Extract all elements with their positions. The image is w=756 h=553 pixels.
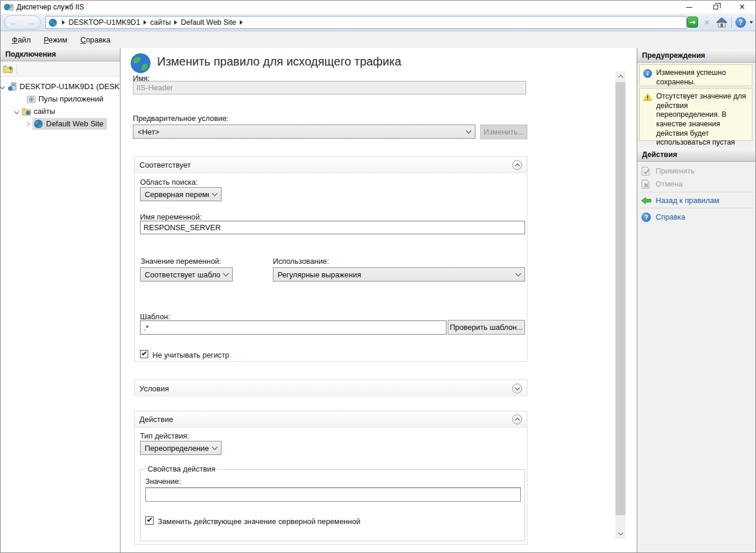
replace-value-label: Заменить действующее значение серверной … (158, 517, 360, 526)
tree-item-label: DESKTOP-U1MK9D1 (DESKTOP (19, 82, 120, 91)
variable-value-mode: Соответствует шаблону (145, 270, 220, 279)
back-icon[interactable]: ← (9, 18, 18, 27)
scope-select[interactable]: Серверная переменн (140, 187, 221, 201)
connections-tree: DESKTOP-U1MK9D1 (DESKTOP Пулы приложений (1, 77, 120, 130)
pattern-input[interactable] (140, 320, 447, 335)
action-properties-legend: Свойства действия (145, 464, 218, 473)
vertical-scrollbar[interactable] (615, 71, 625, 539)
help-icon[interactable]: ? (735, 17, 746, 28)
chevron-down-icon (516, 271, 522, 277)
help-dropdown-icon[interactable] (750, 21, 753, 24)
action-value-input[interactable] (145, 487, 521, 502)
menu-view[interactable]: Режим (38, 34, 73, 46)
restore-button[interactable] (702, 1, 729, 14)
menu-file[interactable]: Файл (6, 34, 36, 46)
toolbar-separator (17, 64, 17, 74)
expander-icon[interactable] (25, 121, 30, 126)
breadcrumb-item-sites[interactable]: сайты (150, 18, 171, 27)
replace-value-checkbox[interactable] (145, 516, 154, 525)
ignore-case-label: Не учитывать регистр (152, 351, 229, 359)
tree-item-app-pools[interactable]: Пулы приложений (1, 93, 120, 105)
chevron-down-icon (223, 271, 229, 277)
conditions-section-header[interactable]: Условия (135, 380, 527, 397)
tree-item-label: сайты (34, 107, 55, 116)
scroll-up-button[interactable] (615, 71, 625, 81)
alert-text: Отсутствует значение для действия переоп… (656, 92, 746, 156)
iis-manager-window: Диспетчер служб IIS × ← → DESKTOP-U1MK9D… (0, 0, 756, 553)
pattern-label: Шаблон: (140, 312, 170, 321)
breadcrumb-arrow-icon (174, 20, 177, 25)
action-properties-group: Свойства действия Значение: Заменить дей… (140, 469, 525, 541)
chevron-down-icon (466, 128, 472, 134)
minimize-button[interactable] (676, 1, 702, 14)
cancel-icon (641, 179, 651, 189)
breadcrumb-item-server[interactable]: DESKTOP-U1MK9D1 (69, 18, 140, 27)
expander-icon[interactable] (14, 109, 19, 113)
action-type-label: Тип действия: (140, 431, 189, 440)
breadcrumb-arrow-icon (240, 20, 243, 25)
connections-panel: Подключения D (1, 48, 120, 553)
collapse-icon[interactable] (512, 160, 522, 170)
forward-icon[interactable]: → (27, 18, 35, 27)
ignore-case-checkbox[interactable] (140, 350, 148, 358)
app-pools-icon (27, 94, 36, 104)
apply-icon (641, 166, 651, 176)
action-type-select[interactable]: Переопределение (140, 441, 221, 455)
variable-value-label: Значение переменной: (141, 257, 221, 266)
action-section: Действие Тип действия: Переопределение С… (134, 411, 527, 545)
match-section: Соответствует Область поиска: Серверная … (134, 156, 527, 362)
breadcrumb-item-default-web-site[interactable]: Default Web Site (181, 18, 236, 27)
alert-text: Изменения успешно сохранены. (656, 68, 726, 86)
breadcrumb-arrow-icon (144, 20, 146, 25)
server-icon (8, 82, 17, 91)
collapse-icon[interactable] (512, 414, 522, 424)
match-section-header[interactable]: Соответствует (135, 157, 527, 174)
close-button[interactable]: × (729, 1, 755, 14)
tree-item-sites[interactable]: сайты (1, 105, 120, 117)
precondition-value: <Нет> (138, 127, 463, 136)
actions-sidebar: Предупреждения i Изменения успешно сохра… (637, 48, 755, 553)
page-title: Изменить правило для исходящего трафика (157, 55, 401, 68)
action-section-header[interactable]: Действие (135, 411, 527, 428)
stop-icon: × (702, 17, 712, 28)
using-value: Регулярные выражения (278, 270, 513, 279)
menu-help[interactable]: Справка (75, 34, 116, 46)
variable-name-input[interactable] (140, 221, 525, 234)
scope-value: Серверная переменн (145, 190, 209, 199)
precondition-label: Предварительное условие: (133, 114, 229, 123)
selected-tree-item[interactable]: Default Web Site (32, 118, 107, 130)
expander-icon[interactable] (1, 84, 5, 89)
scroll-down-button[interactable] (615, 529, 625, 539)
back-to-rules-link[interactable]: Назад к правилам (637, 194, 755, 207)
precondition-select[interactable]: <Нет> (133, 125, 475, 139)
action-value-label: Значение: (145, 477, 181, 486)
expand-icon[interactable] (512, 384, 522, 394)
conditions-section: Условия (134, 379, 527, 396)
sites-folder-icon (22, 107, 31, 116)
scrollbar-thumb[interactable] (615, 82, 625, 515)
variable-value-select[interactable]: Соответствует шаблону (140, 267, 233, 282)
alert-warning: Отсутствует значение для действия переоп… (639, 88, 752, 141)
refresh-icon[interactable] (687, 17, 698, 28)
separator (638, 208, 754, 208)
tree-item-label: Пулы приложений (38, 94, 103, 103)
warning-icon (643, 93, 652, 102)
tree-item-default-web-site[interactable]: Default Web Site (1, 117, 120, 130)
action-type-value: Переопределение (145, 444, 209, 453)
using-select[interactable]: Регулярные выражения (273, 267, 525, 282)
back-arrow-icon (641, 196, 651, 205)
tree-item-server[interactable]: DESKTOP-U1MK9D1 (DESKTOP (1, 80, 120, 93)
connections-header: Подключения (1, 48, 120, 61)
save-connection-icon[interactable] (3, 64, 13, 73)
test-pattern-button[interactable]: Проверить шаблон... (448, 320, 525, 335)
breadcrumb[interactable]: DESKTOP-U1MK9D1 сайты Default Web Site (45, 16, 687, 29)
menu-bar: Файл Режим Справка (1, 31, 755, 48)
name-input (133, 81, 526, 94)
help-icon: ? (641, 212, 651, 222)
help-link[interactable]: ? Справка (637, 211, 755, 223)
using-label: Использование: (273, 257, 329, 266)
variable-name-label: Имя переменной: (140, 212, 202, 221)
breadcrumb-arrow-icon (62, 20, 65, 25)
home-icon[interactable] (716, 17, 728, 28)
globe-icon (48, 18, 57, 27)
